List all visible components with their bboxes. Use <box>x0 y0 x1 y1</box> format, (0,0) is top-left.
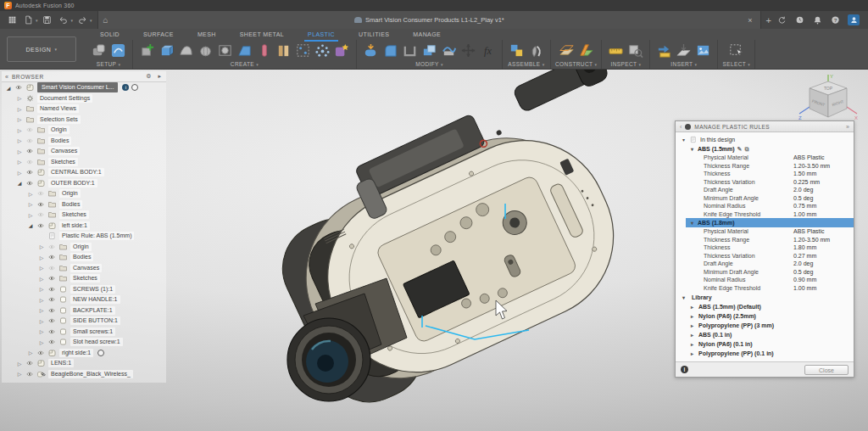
browser-item-bodies[interactable]: ▷Bodies <box>2 136 166 147</box>
visibility-eye-icon[interactable] <box>25 169 34 176</box>
chevron-down-icon[interactable]: ▾ <box>36 18 38 23</box>
combine-icon[interactable] <box>420 42 439 59</box>
visibility-eye-icon[interactable] <box>47 328 56 335</box>
insert-derive-icon[interactable] <box>654 42 674 59</box>
expand-node-icon[interactable]: ▷ <box>38 276 45 282</box>
browser-item-origin[interactable]: ▷Origin <box>2 242 166 253</box>
visibility-eye-icon[interactable] <box>36 211 45 218</box>
expand-node-icon[interactable]: ▷ <box>16 148 23 154</box>
browser-item-bodies[interactable]: ▷Bodies <box>2 199 166 210</box>
panel-dock-icon[interactable]: » <box>846 124 849 130</box>
activate-component-radio[interactable] <box>131 84 138 91</box>
copy-rule-icon[interactable]: ⧉ <box>744 146 748 153</box>
help-icon[interactable]: ? <box>830 14 841 25</box>
rectangular-pattern-icon[interactable] <box>293 42 313 59</box>
in-this-design-node[interactable]: ▾In this design <box>676 135 854 144</box>
parameters-fx-icon[interactable]: fx <box>478 42 498 59</box>
visibility-eye-icon[interactable] <box>47 296 56 303</box>
expand-node-icon[interactable]: ▷ <box>38 265 45 271</box>
library-item-nylon-pa6-2-5mm[interactable]: ▸Nylon (PA6) (2.5mm) <box>676 311 854 321</box>
browser-item-origin[interactable]: ▷Origin <box>2 188 166 199</box>
new-component-assemble-icon[interactable] <box>507 42 526 59</box>
select-tool-icon[interactable] <box>726 42 746 59</box>
save-icon[interactable] <box>41 14 54 26</box>
expand-node-icon[interactable]: ▷ <box>38 307 45 313</box>
expand-node-icon[interactable]: ▷ <box>38 286 45 292</box>
browser-item-plastic-rule-abs-1-5mm[interactable]: Plastic Rule: ABS (1.5mm) <box>2 231 166 242</box>
rule-node-abs-1-8mm[interactable]: ▾ABS (1.8mm) <box>686 218 854 227</box>
browser-item-backplate-1[interactable]: ▷BACKPLATE:1 <box>2 305 166 316</box>
expand-node-icon[interactable]: ▷ <box>16 137 23 143</box>
expand-node-icon[interactable]: ▷ <box>16 159 23 165</box>
browser-item-side-button-1[interactable]: ▷SIDE BUTTON:1 <box>2 316 166 327</box>
document-tab[interactable]: ⌂ Smart Vision Consumer Products L1-L2_P… <box>97 11 761 29</box>
browser-item-outer-body-1[interactable]: ◢OUTER BODY:1 <box>2 178 166 189</box>
visibility-eye-icon[interactable] <box>36 350 45 356</box>
browser-item-small-screws-1[interactable]: ▷Small screws:1 <box>2 327 166 338</box>
expand-node-icon[interactable]: ▷ <box>38 318 45 324</box>
browser-item-canvases[interactable]: ▷Canvases <box>2 146 166 157</box>
expand-node-icon[interactable]: ▸ <box>691 313 696 319</box>
library-node[interactable]: ▾Library <box>676 292 854 302</box>
browser-pin-icon[interactable]: ▸ <box>156 73 163 80</box>
home-icon[interactable]: ⌂ <box>103 15 108 25</box>
expand-node-icon[interactable]: ▷ <box>16 170 23 176</box>
chevron-down-icon[interactable]: ▾ <box>71 18 74 23</box>
create-sketch-icon[interactable] <box>137 42 157 59</box>
library-item-abs-0-1-in[interactable]: ▸ABS (0.1 in) <box>676 330 854 339</box>
web-icon[interactable] <box>274 42 293 59</box>
visibility-eye-icon[interactable] <box>36 190 45 197</box>
chevron-down-icon[interactable]: ▾ <box>90 18 92 23</box>
library-item-polypropylene-pp-3-mm[interactable]: ▸Polypropylene (PP) (3 mm) <box>676 321 854 330</box>
browser-item-left-side-1[interactable]: ◢left side:1 <box>2 221 166 232</box>
plane-at-angle-icon[interactable] <box>576 42 596 59</box>
expand-node-icon[interactable]: ▷ <box>16 127 23 133</box>
create-box-icon[interactable] <box>157 42 176 59</box>
expand-node-icon[interactable]: ▷ <box>27 201 34 207</box>
browser-gear-icon[interactable]: ⚙ <box>144 73 153 80</box>
app-grid-icon[interactable] <box>5 14 19 26</box>
expand-node-icon[interactable]: ▷ <box>38 243 45 249</box>
expand-node-icon[interactable]: ▷ <box>27 212 34 218</box>
browser-item-bodies[interactable]: ▷Bodies <box>2 252 166 263</box>
component-info-icon[interactable]: i <box>122 84 129 91</box>
visibility-eye-icon[interactable] <box>47 286 56 293</box>
expand-node-icon[interactable]: ▸ <box>691 322 696 328</box>
expand-node-icon[interactable]: ▷ <box>16 106 23 112</box>
press-pull-icon[interactable] <box>361 42 381 59</box>
visibility-eye-icon[interactable] <box>47 254 56 260</box>
visibility-eye-icon[interactable] <box>47 317 56 324</box>
expand-node-icon[interactable]: ▸ <box>691 341 696 347</box>
browser-item-central-body-1[interactable]: ▷CENTRAL BODY:1 <box>2 167 166 178</box>
close-button[interactable]: Close <box>804 365 849 375</box>
expand-node-icon[interactable]: ▷ <box>38 328 45 334</box>
collapse-node-icon[interactable]: ▾ <box>681 137 687 143</box>
expand-node-icon[interactable]: ▸ <box>691 332 696 338</box>
sweep-icon[interactable] <box>215 42 235 59</box>
expand-node-icon[interactable]: ▷ <box>16 361 23 367</box>
group-label-modify[interactable]: MODIFY ▾ <box>415 60 443 67</box>
redo-icon[interactable] <box>75 14 89 26</box>
browser-item-new-handle-1[interactable]: ▷NEW HANDLE:1 <box>2 294 166 305</box>
rib-icon[interactable] <box>254 42 274 59</box>
collapse-node-icon[interactable]: ▾ <box>681 294 687 300</box>
job-status-icon[interactable] <box>794 14 805 25</box>
visibility-eye-icon[interactable] <box>25 159 34 165</box>
canvas-icon[interactable] <box>693 42 713 59</box>
browser-item-sketches[interactable]: ▷Sketches <box>2 210 166 221</box>
notifications-bell-icon[interactable] <box>812 14 823 25</box>
rules-panel-header[interactable]: ‹ MANAGE PLASTIC RULES » <box>676 121 854 132</box>
mold-setup-icon[interactable] <box>89 42 108 59</box>
visibility-eye-icon[interactable] <box>25 137 34 144</box>
undo-icon[interactable] <box>57 14 70 26</box>
group-label-construct[interactable]: CONSTRUCT ▾ <box>555 60 597 67</box>
expand-node-icon[interactable]: ▷ <box>16 95 23 101</box>
browser-item-smart-vision-consumer-l[interactable]: ◢Smart Vision Consumer L...i <box>2 82 166 93</box>
design-workspace-menu[interactable]: DESIGN ▾ <box>7 36 76 62</box>
joint-icon[interactable] <box>526 42 546 59</box>
browser-item-slot-head-screw-1[interactable]: ▷Slot head screw:1 <box>2 337 166 348</box>
group-label-setup[interactable]: SETUP ▾ <box>97 60 121 67</box>
expand-node-icon[interactable]: ▷ <box>38 255 45 260</box>
move-copy-icon[interactable] <box>459 42 478 59</box>
activate-component-radio[interactable] <box>97 350 104 356</box>
